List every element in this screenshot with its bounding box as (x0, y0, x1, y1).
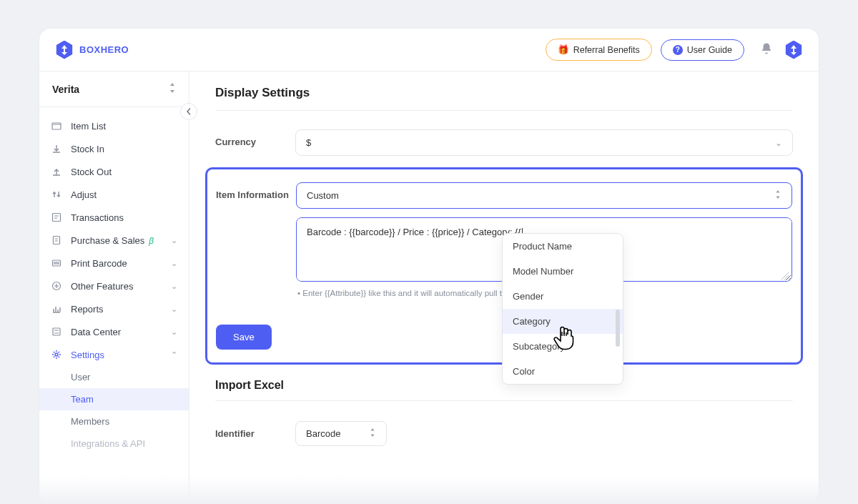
sort-icon (774, 190, 781, 201)
chevron-down-icon: ⌄ (171, 327, 177, 337)
sidebar-item-stock-in[interactable]: Stock In (39, 137, 189, 160)
sidebar-item-data-center[interactable]: Data Center ⌄ (39, 320, 189, 343)
identifier-label: Identifier (215, 421, 295, 439)
page-title: Display Settings (215, 86, 793, 111)
template-text: Barcode : {{barcode}} / Price : {{price}… (307, 227, 523, 237)
referral-label: Referral Benefits (573, 45, 640, 55)
sidebar-item-label: Item List (71, 121, 106, 132)
identifier-select[interactable]: Barcode (295, 421, 387, 446)
settings-sub-user[interactable]: User (39, 366, 189, 388)
item-info-label: Item Information (216, 182, 296, 200)
currency-select[interactable]: $ ⌄ (295, 129, 793, 156)
sidebar-item-reports[interactable]: Reports ⌄ (39, 297, 189, 320)
ac-item-model-number[interactable]: Model Number (503, 259, 623, 284)
ac-item-product-name[interactable]: Product Name (503, 234, 623, 259)
beta-tag: β (149, 236, 154, 246)
scrollbar[interactable] (616, 310, 620, 347)
chevron-down-icon: ⌄ (775, 138, 782, 148)
list-icon (51, 326, 62, 337)
barcode-icon (51, 257, 62, 269)
document-icon (51, 234, 62, 246)
plus-circle-icon (51, 280, 62, 292)
app-window: BOXHERO 🎁 Referral Benefits ? User Guide… (39, 29, 819, 504)
help-icon: ? (673, 45, 683, 55)
sidebar-item-purchase-sales[interactable]: Purchase & Salesβ ⌄ (39, 229, 189, 252)
ac-item-category[interactable]: Category (503, 309, 623, 334)
chevron-up-icon: ⌃ (171, 350, 177, 360)
sidebar-item-other-features[interactable]: Other Features ⌄ (39, 275, 189, 297)
workspace-name: Verita (52, 84, 79, 95)
sidebar-item-label: Purchase & Salesβ (71, 235, 154, 246)
save-button[interactable]: Save (216, 325, 272, 350)
sidebar-item-label: Stock In (71, 144, 104, 154)
settings-sub-members[interactable]: Members (39, 410, 189, 433)
currency-row: Currency $ ⌄ (215, 129, 793, 156)
workspace-switcher[interactable]: Verita (39, 71, 189, 107)
ac-item-color[interactable]: Color (503, 359, 623, 384)
chevron-down-icon: ⌄ (171, 282, 177, 291)
svg-rect-1 (53, 214, 61, 222)
referral-benefits-button[interactable]: 🎁 Referral Benefits (546, 39, 652, 61)
gear-icon (51, 349, 62, 360)
settings-sub-team[interactable]: Team (39, 388, 189, 410)
content: Display Settings Currency $ ⌄ Item Infor… (189, 71, 819, 504)
chevron-down-icon: ⌄ (171, 236, 177, 245)
sidebar-item-stock-out[interactable]: Stock Out (39, 160, 189, 183)
user-guide-button[interactable]: ? User Guide (661, 39, 744, 61)
sidebar-item-label: Transactions (71, 212, 124, 223)
sidebar-item-label: Reports (71, 304, 104, 315)
sidebar-item-print-barcode[interactable]: Print Barcode ⌄ (39, 252, 189, 275)
sidebar-item-item-list[interactable]: Item List (39, 114, 189, 137)
notifications-icon[interactable] (760, 42, 773, 58)
sidebar-item-label: Stock Out (71, 167, 112, 177)
logo-text: BOXHERO (79, 44, 129, 55)
top-header: BOXHERO 🎁 Referral Benefits ? User Guide (39, 29, 819, 71)
chart-icon (51, 303, 62, 315)
sidebar-item-label: Other Features (71, 281, 133, 292)
sidebar-item-adjust[interactable]: Adjust (39, 183, 189, 206)
sidebar-item-settings[interactable]: Settings ⌃ (39, 343, 189, 366)
resize-grip-icon[interactable] (781, 271, 789, 278)
currency-label: Currency (215, 129, 295, 147)
sort-icon (369, 428, 376, 439)
svg-rect-3 (53, 260, 61, 266)
arrow-down-icon (51, 143, 62, 154)
svg-point-6 (55, 353, 58, 356)
logo-hex-icon (55, 41, 74, 59)
ac-item-subcategory[interactable]: Subcategory (503, 334, 623, 359)
svg-rect-0 (52, 123, 61, 129)
arrow-up-icon (51, 166, 62, 177)
chevron-down-icon: ⌄ (171, 305, 177, 314)
currency-value: $ (306, 137, 311, 148)
chevron-down-icon: ⌄ (171, 259, 177, 268)
transactions-icon (51, 212, 62, 223)
sidebar-item-transactions[interactable]: Transactions (39, 206, 189, 229)
sidebar-item-label: Print Barcode (71, 258, 127, 269)
sidebar: Verita Item List Stock In Stock Out (39, 71, 189, 504)
adjust-icon (51, 189, 62, 200)
svg-rect-2 (54, 237, 60, 244)
item-information-highlight: Item Information Custom Barcode : {{barc… (205, 167, 803, 365)
identifier-value: Barcode (306, 428, 340, 439)
sidebar-item-label: Data Center (71, 327, 121, 337)
sidebar-item-label: Settings (71, 350, 104, 360)
guide-label: User Guide (687, 45, 732, 55)
attribute-autocomplete: Product Name Model Number Gender Categor… (502, 233, 623, 385)
gift-icon: 🎁 (558, 44, 569, 55)
ac-item-gender[interactable]: Gender (503, 284, 623, 309)
box-icon (51, 120, 62, 132)
sidebar-item-label: Adjust (71, 189, 97, 200)
sidebar-nav: Item List Stock In Stock Out Adjust Tran… (39, 107, 189, 462)
settings-submenu: User Team Members Integrations & API (39, 366, 189, 455)
item-info-select[interactable]: Custom (296, 182, 792, 209)
avatar[interactable] (784, 41, 803, 59)
svg-rect-5 (53, 328, 60, 335)
sort-icon (169, 83, 176, 95)
logo[interactable]: BOXHERO (55, 41, 129, 59)
settings-sub-integrations[interactable]: Integrations & API (39, 433, 189, 455)
item-info-value: Custom (307, 190, 339, 201)
